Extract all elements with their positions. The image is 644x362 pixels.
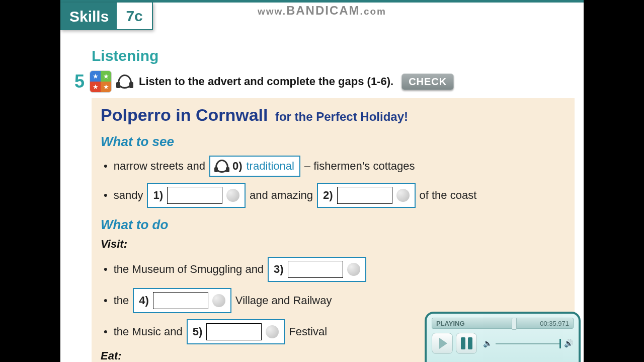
heading-what-to-do: What to do — [101, 217, 566, 233]
gap-3-input[interactable] — [288, 261, 343, 278]
worksheet-title: Polperro in Cornwall for the Perfect Hol… — [101, 105, 566, 125]
subheading-visit: Visit: — [101, 238, 566, 251]
do-line-2: • the 4) Village and Railway — [101, 288, 566, 313]
gap-1-input[interactable] — [167, 187, 222, 204]
play-icon — [439, 338, 447, 349]
status-dot-icon — [212, 294, 225, 307]
bandicam-watermark: www.BANDICAM.com — [258, 4, 386, 18]
see-line-1: • narrow streets and 0) traditional – fi… — [101, 156, 566, 177]
heading-what-to-see: What to see — [101, 134, 566, 150]
section-title: Listening — [92, 47, 158, 64]
player-status: PLAYING — [436, 320, 465, 327]
gap-3: 3) — [268, 257, 366, 282]
see-line-2: • sandy 1) and amazing 2) of the coast — [101, 183, 566, 208]
skills-grid-icon: ★★★★ — [90, 70, 112, 93]
speaker-low-icon: 🔈 — [483, 339, 493, 348]
gap-1: 1) — [147, 183, 246, 208]
player-time: 00:35.971 — [540, 320, 569, 327]
check-button[interactable]: CHECK — [401, 74, 454, 90]
tab-unit-label: 7c — [117, 3, 152, 30]
volume-control[interactable]: 🔈 🔊 — [483, 339, 574, 348]
exercise-number: 5 — [74, 71, 85, 92]
speaker-high-icon: 🔊 — [564, 339, 574, 348]
tab-skills-label: Skills — [60, 3, 117, 30]
progress-knob-icon[interactable] — [512, 318, 517, 330]
gap-4: 4) — [133, 288, 231, 313]
headphones-icon — [215, 160, 228, 173]
gap-4-input[interactable] — [153, 292, 208, 309]
unit-tab: Skills 7c — [60, 3, 153, 30]
exercise-header: 5 ★★★★ Listen to the advert and complete… — [74, 70, 454, 93]
headphones-icon — [118, 75, 132, 89]
progress-bar[interactable]: PLAYING 00:35.971 — [432, 318, 574, 329]
status-dot-icon — [226, 189, 239, 202]
gap-2: 2) — [317, 183, 416, 208]
gap-2-input[interactable] — [337, 187, 392, 204]
status-dot-icon — [266, 325, 279, 338]
status-dot-icon — [347, 263, 360, 276]
gap-0-answer: traditional — [246, 160, 294, 173]
pause-button[interactable] — [456, 333, 477, 354]
status-dot-icon — [396, 189, 410, 202]
volume-track[interactable] — [496, 343, 561, 344]
page: Skills 7c www.BANDICAM.com Listening 5 ★… — [60, 0, 584, 362]
player-controls: 🔈 🔊 — [432, 333, 574, 354]
do-line-1: • the Museum of Smuggling and 3) — [101, 257, 566, 282]
pause-icon — [461, 337, 472, 349]
audio-player: PLAYING 00:35.971 🔈 🔊 — [425, 312, 581, 362]
exercise-instruction: Listen to the advert and complete the ga… — [139, 75, 393, 88]
gap-5: 5) — [187, 319, 285, 344]
play-button[interactable] — [432, 333, 453, 354]
gap-5-input[interactable] — [206, 323, 262, 340]
gap-0-example: 0) traditional — [209, 156, 300, 177]
